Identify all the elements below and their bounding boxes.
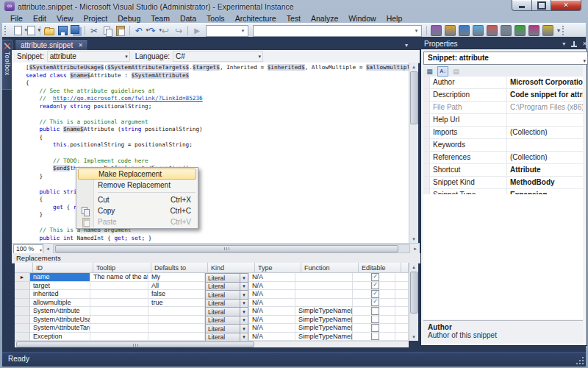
paste-icon[interactable] <box>115 25 126 37</box>
scroll-down-icon[interactable]: ▾ <box>409 235 418 243</box>
grid-hscroll-thumb[interactable] <box>16 342 254 347</box>
editable-checkbox[interactable] <box>371 316 379 324</box>
add-reference-icon[interactable] <box>487 25 498 36</box>
menu-item-window[interactable]: Window <box>343 14 381 23</box>
property-row[interactable]: AuthorMicrosoft Corporation <box>423 77 583 89</box>
close-panel-icon[interactable]: ✕ <box>582 40 587 47</box>
solution-explorer-icon[interactable] <box>445 25 456 36</box>
close-button[interactable]: ✕ <box>551 0 581 11</box>
menu-item-view[interactable]: View <box>51 14 79 23</box>
grid-cell-kind[interactable]: Literal▼ <box>205 290 249 299</box>
grid-cell-editable[interactable]: ✓ <box>353 282 395 291</box>
grid-cell[interactable]: SystemAttributeTargets <box>30 324 90 333</box>
language-combobox[interactable]: C#▾ <box>173 51 263 62</box>
row-selector-cell[interactable] <box>15 324 30 333</box>
grid-header-editable[interactable]: Editable <box>359 263 401 273</box>
property-value[interactable]: (Collection) <box>507 127 583 138</box>
extension-manager-icon[interactable] <box>501 25 512 36</box>
menu-item-analyze[interactable]: Analyze <box>306 14 343 23</box>
property-row[interactable]: File PathC:\Program Files (x86)\Microsof… <box>423 102 583 114</box>
context-menu-item-copy[interactable]: CopyCtrl+C <box>77 205 197 216</box>
cut-icon[interactable] <box>88 25 100 37</box>
property-value[interactable]: (Collection) <box>507 152 583 163</box>
grid-cell[interactable]: SystemAttribute <box>30 307 90 316</box>
grid-cell-function[interactable] <box>295 282 353 291</box>
grid-cell-function[interactable]: SimpleTypeName(glob... <box>295 333 353 342</box>
grid-cell-editable[interactable] <box>353 324 395 333</box>
row-selector-cell[interactable] <box>15 290 30 299</box>
save-icon[interactable] <box>57 25 68 37</box>
property-row[interactable]: Snippet KindMethodBody <box>423 177 583 189</box>
alphabetical-sort-icon[interactable]: A↓ <box>437 66 448 77</box>
new-project-icon[interactable] <box>12 25 24 37</box>
editable-checkbox[interactable] <box>371 324 379 332</box>
editable-checkbox[interactable]: ✓ <box>371 299 379 307</box>
table-row[interactable]: SystemAttributeTargetsLiteral▼N/ASimpleT… <box>15 324 409 333</box>
menu-item-test[interactable]: Test <box>282 14 306 23</box>
grid-cell-editable[interactable]: ✓ <box>353 290 395 299</box>
property-value[interactable] <box>507 114 583 126</box>
grid-cell[interactable]: The name of the attrib... <box>90 273 148 282</box>
code-editor[interactable]: [$SystemAttributeUsage$($SystemAttribute… <box>12 63 409 243</box>
property-value[interactable]: Microsoft Corporation <box>507 77 583 88</box>
grid-cell[interactable] <box>90 333 148 342</box>
context-menu-item-remove-replacement[interactable]: Remove Replacement <box>77 180 197 191</box>
menu-item-debug[interactable]: Debug <box>112 14 146 23</box>
maximize-button[interactable] <box>532 0 551 11</box>
navigate-forward-icon[interactable] <box>173 25 184 37</box>
editor-horizontal-scrollbar[interactable] <box>53 244 410 253</box>
toolbar-overflow-chevron-icon[interactable]: ▾ <box>557 27 560 34</box>
grid-cell-editable[interactable] <box>353 333 395 342</box>
row-selector-cell[interactable] <box>15 299 30 308</box>
grid-cell[interactable]: allowmultiple <box>30 299 90 308</box>
menu-item-data[interactable]: Data <box>175 14 201 23</box>
row-selector-cell[interactable]: ► <box>15 273 30 282</box>
grid-cell-editable[interactable] <box>353 316 395 325</box>
table-row[interactable]: inheritedfalseLiteral▼N/A✓ <box>15 290 409 299</box>
scroll-up-icon[interactable]: ▴ <box>409 263 418 271</box>
context-menu-item-paste[interactable]: PasteCtrl+V <box>77 216 197 227</box>
grid-cell-kind[interactable]: Literal▼ <box>205 333 249 342</box>
grid-cell[interactable] <box>148 316 205 325</box>
grid-cell-kind[interactable]: Literal▼ <box>205 316 249 325</box>
grid-cell-kind[interactable]: Literal▼ <box>205 307 249 316</box>
property-value[interactable]: MethodBody <box>507 177 583 188</box>
toolbox-tab[interactable]: Toolbox <box>2 40 12 90</box>
grid-cell-kind[interactable]: Literal▼ <box>205 282 249 291</box>
properties-title-bar[interactable]: Properties ▾ ✕ <box>420 38 588 49</box>
grid-cell-function[interactable] <box>295 290 353 299</box>
property-value[interactable]: C:\Program Files (x86)\Microsoft <box>507 102 583 113</box>
search-combobox[interactable]: ▾ <box>253 25 422 37</box>
grid-cell[interactable] <box>148 333 205 342</box>
grid-cell-function[interactable]: SimpleTypeName(glob... <box>295 307 353 316</box>
categorized-view-icon[interactable]: ▦ <box>425 67 434 76</box>
grid-cell-function[interactable] <box>295 273 353 282</box>
toolbar-grip[interactable] <box>4 26 9 35</box>
table-row[interactable]: targetAllLiteral▼N/A✓ <box>15 282 409 291</box>
grid-vertical-scrollbar[interactable]: ▴ ▾ <box>409 263 418 341</box>
grid-cell[interactable]: inherited <box>30 290 90 299</box>
grid-scroll-thumb[interactable] <box>410 272 418 314</box>
grid-cell-type[interactable]: N/A <box>249 299 295 308</box>
editor-vertical-scrollbar[interactable]: ▴ ▾ <box>409 63 418 243</box>
grid-cell-function[interactable] <box>295 299 353 308</box>
navigate-backward-icon[interactable] <box>159 25 171 37</box>
menu-item-file[interactable]: File <box>5 14 28 23</box>
replacements-grid[interactable]: IDTooltipDefaults toKindTypeFunctionEdit… <box>15 263 409 341</box>
table-row[interactable]: SystemAttributeUsageLiteral▼N/ASimpleTyp… <box>15 316 409 325</box>
undo-icon[interactable] <box>133 25 145 37</box>
object-browser-icon[interactable] <box>473 25 484 36</box>
properties-window-icon[interactable] <box>459 25 470 36</box>
grid-cell[interactable]: name <box>30 273 90 282</box>
scroll-up-icon[interactable]: ▴ <box>409 63 418 71</box>
grid-cell[interactable] <box>90 324 148 333</box>
add-item-icon[interactable] <box>25 25 37 37</box>
editable-checkbox[interactable] <box>371 307 379 315</box>
property-row[interactable]: Keywords <box>423 139 583 152</box>
grid-cell[interactable] <box>90 299 148 308</box>
row-selector-cell[interactable] <box>15 316 30 325</box>
editor-scroll-thumb[interactable] <box>410 71 418 124</box>
scroll-down-icon[interactable]: ▾ <box>409 333 418 341</box>
context-menu-item-cut[interactable]: CutCtrl+X <box>77 194 197 205</box>
team-explorer-icon[interactable] <box>528 25 539 36</box>
